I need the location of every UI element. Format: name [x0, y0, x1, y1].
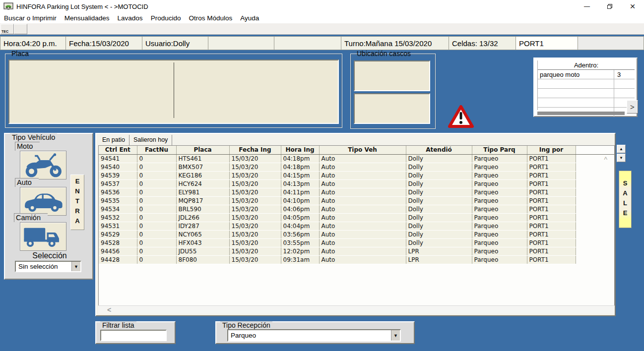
table-cell: 15/03/20: [229, 238, 281, 247]
status-empty-3: [578, 36, 644, 50]
restore-button[interactable]: [598, 0, 621, 13]
table-row[interactable]: 94539 0 KEG186 15/03/20 04:15pm Auto Dol…: [99, 171, 615, 179]
table-cell: LPR: [406, 255, 472, 264]
table-row[interactable]: 94535 0 MQP817 15/03/20 04:10pm Auto Dol…: [99, 196, 615, 205]
close-icon: ×: [630, 1, 635, 12]
table-cell: 94528: [99, 238, 137, 247]
tec-toolbar-button[interactable]: TEC: [0, 24, 14, 34]
col-atendio[interactable]: Atendió: [406, 146, 472, 154]
col-fecha-ing[interactable]: Fecha Ing: [229, 146, 281, 154]
table-row[interactable]: 94534 0 BRL590 15/03/20 04:06pm Auto Dol…: [99, 205, 615, 213]
cascos-panel-top: [354, 60, 430, 91]
table-cell: Dolly: [406, 230, 472, 238]
close-button[interactable]: ×: [621, 0, 644, 13]
tipo-recepcion-label: Tipo Recepción: [220, 321, 272, 329]
col-ing-por[interactable]: Ing por: [527, 146, 576, 154]
tipo-recepcion-dropdown-arrow[interactable]: ▼: [391, 330, 400, 341]
tipo-recepcion-combobox[interactable]: Parqueo ▼: [227, 329, 401, 342]
scroll-up-button[interactable]: ▲: [617, 145, 626, 153]
table-cell: [576, 205, 615, 213]
table-cell: Dolly: [406, 154, 472, 163]
table-cell: PORT1: [527, 188, 576, 196]
adentro-row[interactable]: parqueo moto 3: [538, 70, 635, 79]
table-cell: 94540: [99, 163, 137, 171]
scroll-caret: ^: [604, 156, 607, 164]
table-cell: Auto: [319, 179, 406, 188]
adentro-row-count: 3: [614, 70, 635, 79]
table-cell: Parqueo: [472, 247, 527, 255]
scroll-left-icon[interactable]: <: [107, 306, 111, 314]
menu-ayuda[interactable]: Ayuda: [236, 13, 263, 23]
tipo-vehiculo-label: Tipo Vehículo: [10, 133, 57, 141]
table-cell: Auto: [319, 205, 406, 213]
col-hora-ing[interactable]: Hora Ing: [281, 146, 319, 154]
table-row[interactable]: 94541 0 HTS461 15/03/20 04:18pm Auto Dol…: [99, 154, 615, 163]
seleccion-combobox[interactable]: Sin selección ▼: [15, 261, 81, 272]
scroll-down-button[interactable]: ▼: [617, 154, 626, 162]
blank-toolbar-button[interactable]: [14, 24, 27, 34]
sale-button[interactable]: SALE: [619, 171, 632, 228]
table-cell: 04:06pm: [281, 205, 319, 213]
table-cell: 04:18pm: [281, 154, 319, 163]
col-factnu[interactable]: FactNu: [137, 146, 176, 154]
table-cell: 04:10pm: [281, 196, 319, 205]
table-cell: Parqueo: [472, 171, 527, 179]
table-row[interactable]: 94428 0 8F080 15/03/20 09:31am Auto LPR …: [99, 255, 615, 264]
camion-button[interactable]: [20, 222, 66, 251]
table-cell: Dolly: [406, 213, 472, 222]
auto-button[interactable]: [20, 187, 66, 216]
menu-otros-modulos[interactable]: Otros Módulos: [185, 13, 236, 23]
table-row[interactable]: 94540 0 BMX507 15/03/20 04:18pm Auto Dol…: [99, 163, 615, 171]
status-celdas: Celdas: 13/32: [449, 36, 516, 50]
tab-salieron-hoy[interactable]: Salieron hoy: [129, 135, 173, 145]
table-cell: Dolly: [406, 222, 472, 230]
col-tipo-veh[interactable]: Tipo Veh: [319, 146, 406, 154]
menu-producido[interactable]: Producido: [147, 13, 185, 23]
table-cell: Dolly: [406, 196, 472, 205]
menu-buscar-o-imprimir[interactable]: Buscar o Imprimir: [0, 13, 61, 23]
col-tipo-parq[interactable]: Tipo Parq: [472, 146, 527, 154]
adentro-empty-row: [538, 79, 635, 89]
filtrar-lista-input[interactable]: [100, 330, 167, 341]
table-row[interactable]: 94528 0 HFX043 15/03/20 03:55pm Auto Dol…: [99, 238, 615, 247]
status-empty-2: [274, 36, 341, 50]
table-cell: HCY624: [176, 179, 229, 188]
moto-label: Moto: [15, 142, 40, 151]
table-row[interactable]: 94456 0 JDU55 15/03/20 12:02pm Auto LPR …: [99, 247, 615, 255]
placa-group-label: Placa: [9, 50, 31, 58]
table-row[interactable]: 94531 0 IDY287 15/03/20 04:04pm Auto Dol…: [99, 222, 615, 230]
horizontal-scrollbar[interactable]: <: [98, 305, 615, 314]
menu-lavados[interactable]: Lavados: [114, 13, 147, 23]
table-row[interactable]: 94536 0 ELY981 15/03/20 04:11pm Auto Dol…: [99, 188, 615, 196]
table-cell: JDL266: [176, 213, 229, 222]
tab-en-patio[interactable]: En patio: [98, 135, 129, 145]
col-placa[interactable]: Placa: [176, 146, 229, 154]
table-row[interactable]: 94529 0 NCY065 15/03/20 03:56pm Auto Dol…: [99, 230, 615, 238]
table-header-row: Ctrl Ent FactNu Placa Fecha Ing Hora Ing…: [99, 146, 615, 154]
table-cell: 0: [137, 213, 176, 222]
table-cell: 0: [137, 222, 176, 230]
table-cell: 0: [137, 238, 176, 247]
col-ctrl-ent[interactable]: Ctrl Ent: [99, 146, 137, 154]
adentro-panel: Adentro: parqueo moto 3: [533, 58, 638, 117]
table-cell: Parqueo: [472, 154, 527, 163]
cascos-group-label: Ubicación cascos: [355, 50, 413, 58]
minimize-button[interactable]: —: [576, 0, 598, 13]
entra-button[interactable]: ENTRA: [70, 175, 84, 230]
table-row[interactable]: 94532 0 JDL266 15/03/20 04:05pm Auto Dol…: [99, 213, 615, 222]
seleccion-value: Sin selección: [16, 263, 71, 270]
table-cell: 04:05pm: [281, 213, 319, 222]
table-row[interactable]: 94537 0 HCY624 15/03/20 04:13pm Auto Dol…: [99, 179, 615, 188]
seleccion-dropdown-arrow[interactable]: ▼: [71, 262, 80, 271]
table-cell: 94537: [99, 179, 137, 188]
placa-group: Placa: [5, 54, 342, 128]
adentro-more-button[interactable]: >: [627, 100, 638, 114]
moto-button[interactable]: [20, 151, 66, 179]
placa-display-panel: [8, 59, 339, 124]
status-turno: Turno:Mañana 15/03/2020: [341, 36, 449, 50]
menu-mensualidades[interactable]: Mensualidades: [61, 13, 114, 23]
table-cell: 94532: [99, 213, 137, 222]
table-cell: [576, 255, 615, 264]
adentro-scrollbar[interactable]: [537, 112, 625, 115]
tec-toolbar-label: TEC: [1, 30, 8, 33]
